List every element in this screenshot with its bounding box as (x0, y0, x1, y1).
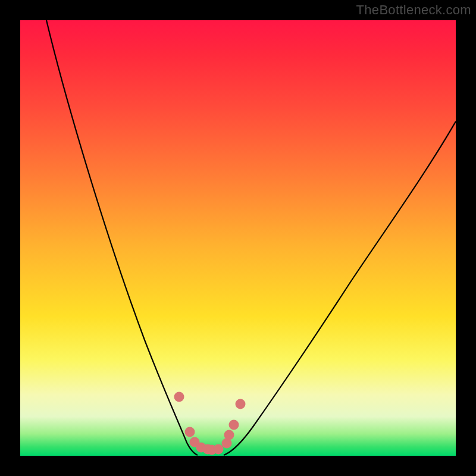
right-curve (224, 121, 456, 455)
attribution-text: TheBottleneck.com (356, 2, 471, 18)
marker-dot (229, 420, 239, 430)
plot-area (20, 20, 456, 456)
marker-dot (224, 430, 234, 440)
marker-group (174, 392, 246, 455)
chart-container: TheBottleneck.com (0, 0, 476, 476)
marker-dot (185, 427, 195, 437)
curve-overlay (20, 20, 456, 456)
marker-dot (174, 392, 184, 402)
marker-dot (214, 444, 224, 455)
marker-dot (236, 399, 246, 409)
left-curve (46, 20, 198, 455)
